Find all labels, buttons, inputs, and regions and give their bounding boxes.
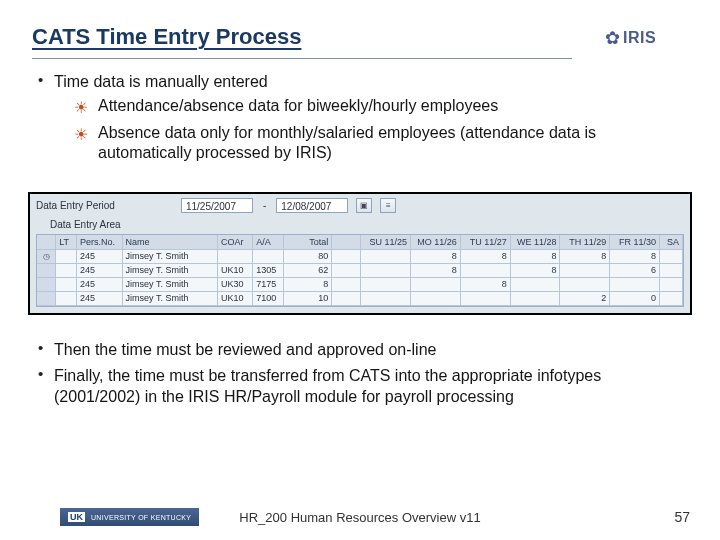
bullet-text: Then the time must be reviewed and appro… <box>54 341 436 358</box>
cell-su <box>361 291 411 305</box>
burst-icon: ☀ <box>74 98 88 118</box>
cell-we: 8 <box>510 249 560 263</box>
list-icon[interactable]: ≡ <box>380 198 396 213</box>
cell-coar: UK10 <box>218 263 253 277</box>
cell-tu <box>460 291 510 305</box>
iris-logo-text: IRIS <box>623 29 656 47</box>
content-bottom: Then the time must be reviewed and appro… <box>34 340 690 413</box>
cell-we <box>510 291 560 305</box>
bullet-text: Finally, the time must be transferred fr… <box>54 367 601 404</box>
clock-icon: ◷ <box>43 252 50 261</box>
subbullet-absence: ☀ Absence data only for monthly/salaried… <box>72 123 690 164</box>
cell-name: Jimsey T. Smith <box>122 291 217 305</box>
col-selector[interactable] <box>37 235 56 249</box>
col-fr: FR 11/30 <box>610 235 660 249</box>
col-aa: A/A <box>253 235 284 249</box>
col-name: Name <box>122 235 217 249</box>
cell-total: 80 <box>284 249 332 263</box>
footer-center-text: HR_200 Human Resources Overview v11 <box>239 510 480 525</box>
cell-tu: 8 <box>460 249 510 263</box>
cell-aa: 7175 <box>253 277 284 291</box>
bullet-text: Time data is manually entered <box>54 73 268 90</box>
cell-th: 8 <box>560 249 610 263</box>
sap-period-dash: - <box>261 200 268 211</box>
save-icon[interactable]: ▣ <box>356 198 372 213</box>
cell-sa <box>660 249 683 263</box>
title-underline <box>32 58 572 59</box>
cell-tu <box>460 263 510 277</box>
cell-pers: 245 <box>76 291 122 305</box>
sap-period-from[interactable]: 11/25/2007 <box>181 198 253 213</box>
col-sa: SA <box>660 235 683 249</box>
sap-period-label: Data Entry Period <box>36 200 115 211</box>
uk-mark: UK <box>68 512 85 522</box>
cell-aa: 7100 <box>253 291 284 305</box>
cell-fr: 8 <box>610 249 660 263</box>
page-number: 57 <box>674 509 690 525</box>
table-row[interactable]: 245 Jimsey T. Smith UK10 1305 62 8 8 6 <box>37 263 683 277</box>
cell-total: 10 <box>284 291 332 305</box>
cell-total: 8 <box>284 277 332 291</box>
col-coar: COAr <box>218 235 253 249</box>
cell-pers: 245 <box>76 277 122 291</box>
col-mo: MO 11/26 <box>411 235 461 249</box>
cell-aa: 1305 <box>253 263 284 277</box>
sap-area-label: Data Entry Area <box>50 219 684 230</box>
cell-pers: 245 <box>76 263 122 277</box>
cell-name: Jimsey T. Smith <box>122 249 217 263</box>
cell-sa <box>660 277 683 291</box>
col-th: TH 11/29 <box>560 235 610 249</box>
cell-we: 8 <box>510 263 560 277</box>
uk-logo: UK UNIVERSITY OF KENTUCKY <box>60 508 199 526</box>
uk-org-text: UNIVERSITY OF KENTUCKY <box>91 514 191 521</box>
subbullet-attendance: ☀ Attendance/absence data for biweekly/h… <box>72 96 690 116</box>
col-total: Total <box>284 235 332 249</box>
cell-fr: 6 <box>610 263 660 277</box>
table-row[interactable]: ◷ 245 Jimsey T. Smith 80 8 8 8 8 8 <box>37 249 683 263</box>
cell-su <box>361 263 411 277</box>
cell-name: Jimsey T. Smith <box>122 263 217 277</box>
cell-mo: 8 <box>411 249 461 263</box>
cell-th: 2 <box>560 291 610 305</box>
bullet-transferred: Finally, the time must be transferred fr… <box>34 366 690 407</box>
col-tu: TU 11/27 <box>460 235 510 249</box>
cell-mo: 8 <box>411 263 461 277</box>
cell-mo <box>411 277 461 291</box>
cell-th <box>560 263 610 277</box>
cell-coar: UK10 <box>218 291 253 305</box>
table-row[interactable]: 245 Jimsey T. Smith UK10 7100 10 2 0 <box>37 291 683 305</box>
sap-screenshot: Data Entry Period 11/25/2007 - 12/08/200… <box>28 192 692 315</box>
cell-coar <box>218 249 253 263</box>
cell-su <box>361 277 411 291</box>
cell-aa <box>253 249 284 263</box>
burst-icon: ☀ <box>74 125 88 145</box>
bullet-reviewed: Then the time must be reviewed and appro… <box>34 340 690 360</box>
cell-fr: 0 <box>610 291 660 305</box>
iris-logo: ✿ IRIS <box>605 22 690 54</box>
cell-su <box>361 249 411 263</box>
cell-tu: 8 <box>460 277 510 291</box>
col-su: SU 11/25 <box>361 235 411 249</box>
sap-period-row: Data Entry Period 11/25/2007 - 12/08/200… <box>36 198 684 213</box>
cell-coar: UK30 <box>218 277 253 291</box>
cell-name: Jimsey T. Smith <box>122 277 217 291</box>
subbullet-text: Absence data only for monthly/salaried e… <box>98 124 596 161</box>
cell-mo <box>411 291 461 305</box>
subbullet-text: Attendance/absence data for biweekly/hou… <box>98 97 498 114</box>
cell-we <box>510 277 560 291</box>
cell-pers: 245 <box>76 249 122 263</box>
col-lt: LT <box>56 235 77 249</box>
sap-period-to[interactable]: 12/08/2007 <box>276 198 348 213</box>
cell-sa <box>660 291 683 305</box>
bullet-time-data: Time data is manually entered ☀ Attendan… <box>34 72 690 164</box>
cell-sa <box>660 263 683 277</box>
table-row[interactable]: 245 Jimsey T. Smith UK30 7175 8 8 <box>37 277 683 291</box>
content-top: Time data is manually entered ☀ Attendan… <box>34 72 690 170</box>
cell-th <box>560 277 610 291</box>
iris-flower-icon: ✿ <box>605 27 620 49</box>
col-pers: Pers.No. <box>76 235 122 249</box>
slide-title: CATS Time Entry Process <box>32 24 301 50</box>
footer: UK UNIVERSITY OF KENTUCKY HR_200 Human R… <box>0 508 720 526</box>
cell-total: 62 <box>284 263 332 277</box>
col-we: WE 11/28 <box>510 235 560 249</box>
